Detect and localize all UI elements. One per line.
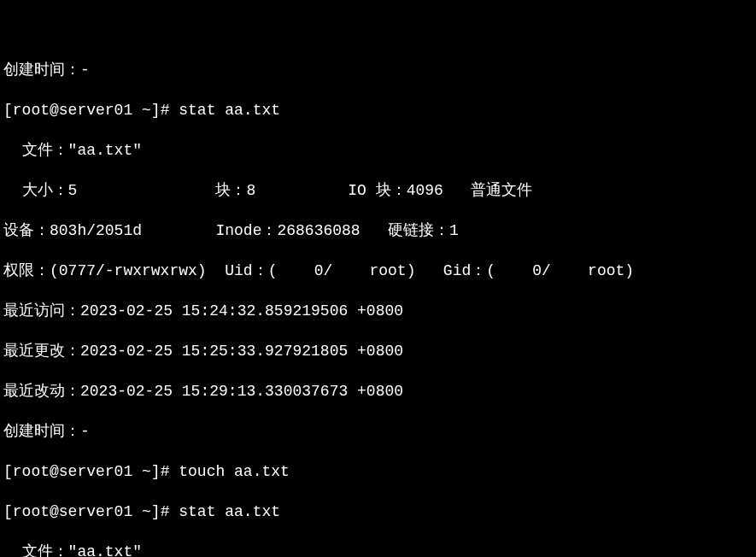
terminal-line: 文件："aa.txt"	[3, 542, 753, 558]
terminal-line: 文件："aa.txt"	[3, 141, 753, 161]
terminal-line: 最近改动：2023-02-25 15:29:13.330037673 +0800	[3, 382, 753, 402]
terminal-line: 最近更改：2023-02-25 15:25:33.927921805 +0800	[3, 342, 753, 362]
terminal-output: 创建时间：- [root@server01 ~]# stat aa.txt 文件…	[3, 40, 753, 557]
terminal-line: 创建时间：-	[3, 61, 753, 81]
terminal-line: 最近访问：2023-02-25 15:24:32.859219506 +0800	[3, 302, 753, 322]
terminal-line: 权限：(0777/-rwxrwxrwx) Uid：( 0/ root) Gid：…	[3, 261, 753, 282]
terminal-line: 创建时间：-	[3, 422, 753, 443]
terminal-line: 设备：803h/2051d Inode：268636088 硬链接：1	[3, 221, 753, 242]
terminal-line-prompt: [root@server01 ~]# touch aa.txt	[3, 462, 753, 483]
terminal-line-prompt: [root@server01 ~]# stat aa.txt	[3, 101, 753, 121]
terminal-line-prompt: [root@server01 ~]# stat aa.txt	[3, 502, 753, 523]
terminal-line: 大小：5 块：8 IO 块：4096 普通文件	[3, 181, 753, 202]
